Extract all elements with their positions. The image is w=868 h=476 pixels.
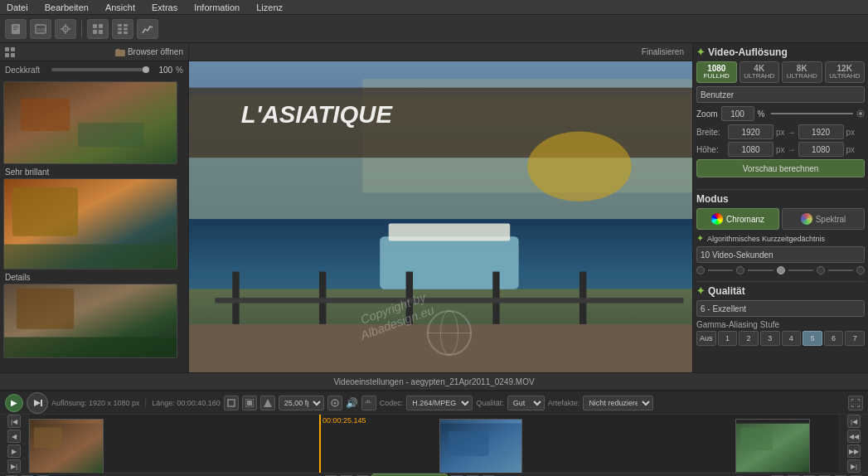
zoom-input[interactable] (721, 106, 754, 121)
toolbar-file-btn[interactable] (5, 19, 27, 39)
tl-dot-5 (856, 266, 865, 274)
thumbnail-1[interactable] (3, 81, 177, 164)
res-btn-8k[interactable]: 8K ULTRAHD (782, 61, 822, 83)
toolbar: RAW (0, 15, 868, 43)
tl-right-2[interactable]: ◀◀ (847, 430, 861, 443)
svg-rect-24 (5, 53, 9, 57)
gamma-btn-5[interactable]: 5 (803, 331, 822, 346)
browser-open-btn[interactable]: Browser öffnen (115, 47, 183, 57)
height-unit: px (776, 145, 785, 154)
toolbar-settings-btn[interactable] (55, 19, 76, 39)
calc-btn[interactable]: Vorschau berechnen (696, 159, 865, 177)
clip-right[interactable] (735, 419, 810, 473)
resolution-info: Auflösung: 1920 x 1080 px (51, 399, 140, 407)
fps-settings-btn[interactable] (327, 396, 342, 410)
tl-skip-start[interactable]: |◀ (7, 415, 21, 428)
svg-rect-77 (740, 428, 773, 450)
toolbar-raw-btn[interactable]: RAW (30, 19, 51, 39)
volume-icon[interactable]: 🔊 (346, 397, 358, 409)
res-btn-4k[interactable]: 4K ULTRAHD (739, 61, 780, 83)
finalize-label: Finalisieren (642, 47, 684, 56)
svg-rect-43 (389, 223, 511, 240)
tl-play-tl[interactable]: ▶ (7, 444, 21, 458)
clip-center[interactable] (439, 419, 522, 473)
gamma-btn-6[interactable]: 6 (824, 331, 844, 346)
menu-information[interactable]: Information (194, 2, 240, 12)
gamma-btn-3[interactable]: 3 (760, 331, 780, 346)
svg-rect-12 (93, 24, 97, 28)
status-text: Videoeinstellungen - aegypten_21Apr2011_… (333, 377, 534, 386)
gamma-btn-4[interactable]: 4 (782, 331, 802, 346)
menu-extras[interactable]: Extras (152, 2, 177, 12)
spectral-icon (801, 213, 812, 225)
video-frame: L'ASIATIQUE (189, 61, 692, 372)
svg-marker-64 (264, 399, 272, 407)
gamma-btn-1[interactable]: 1 (718, 331, 738, 346)
res-btn-1080[interactable]: 1080 FULLHD (696, 61, 737, 83)
svg-text:RAW: RAW (37, 27, 46, 32)
menu-bearbeiten[interactable]: Bearbeiten (45, 2, 89, 12)
svg-rect-19 (124, 27, 128, 30)
menu-lizenz[interactable]: Lizenz (256, 2, 283, 12)
height-input[interactable] (728, 142, 773, 157)
tl-right-4[interactable]: ▶| (847, 459, 861, 473)
quality-select[interactable]: 6 - Exzellent (696, 300, 865, 317)
toolbar-chart-btn[interactable] (137, 19, 158, 39)
tl-next-frame[interactable]: ▶| (7, 459, 21, 473)
svg-rect-27 (21, 99, 70, 131)
menu-datei[interactable]: Datei (7, 2, 28, 12)
quality-label: Qualität: (476, 399, 504, 407)
play-btn[interactable]: ▶ (5, 394, 23, 412)
svg-rect-31 (4, 245, 177, 269)
track-area[interactable]: 00:00:25.145 (29, 415, 839, 473)
artefacts-label: Artefakte: (548, 399, 580, 407)
tl-right-3[interactable]: ▶▶ (847, 444, 861, 458)
menu-ansicht[interactable]: Ansicht (105, 2, 135, 12)
height-out-input[interactable] (798, 142, 844, 157)
tl-right-1[interactable]: |◀ (847, 415, 861, 428)
svg-rect-28 (78, 123, 143, 147)
preview-area[interactable]: L'ASIATIQUE (189, 61, 692, 372)
codec-select[interactable]: H.264/MPEG-4 (406, 396, 473, 410)
mode-title: Modus (696, 193, 729, 205)
res-btn-12k[interactable]: 12K ULTRAHD (825, 61, 866, 83)
mode-buttons: Chromanz Spektral (696, 208, 865, 230)
clip-left[interactable] (29, 419, 104, 473)
width-row: Breite: px → px (696, 124, 865, 139)
fps-select[interactable]: 25,00 fps (279, 396, 324, 410)
frame-fit-btn[interactable] (242, 396, 257, 410)
mode-spectral-btn[interactable]: Spektral (782, 208, 865, 230)
playhead-time: 00:00:25.145 (322, 416, 366, 425)
mode-chroma-btn[interactable]: Chromanz (696, 208, 779, 230)
play-alt-btn[interactable] (27, 392, 48, 414)
toolbar-grid-btn[interactable] (87, 19, 109, 39)
algo-select[interactable]: 10 Video-Sekunden (696, 246, 865, 263)
width-out-input[interactable] (798, 124, 844, 139)
quality-playback-select[interactable]: Gut (507, 396, 545, 410)
width-input[interactable] (728, 124, 773, 139)
tl-line-4 (828, 270, 853, 271)
opacity-slider[interactable] (51, 68, 149, 71)
frame-options-btn[interactable] (260, 396, 275, 410)
gamma-label: Gamma-Aliasing Stufe (696, 320, 865, 329)
fullscreen-btn[interactable] (848, 396, 863, 410)
custom-select[interactable]: Benutzer (696, 86, 865, 103)
svg-rect-33 (17, 289, 74, 329)
svg-rect-1 (13, 26, 18, 27)
playhead[interactable]: 00:00:25.145 (319, 415, 321, 473)
gamma-btn-2[interactable]: 2 (739, 331, 759, 346)
gamma-btn-7[interactable]: 7 (845, 331, 865, 346)
toolbar-grid2-btn[interactable] (112, 19, 133, 39)
thumbnail-3[interactable] (3, 284, 177, 358)
quality-title: Qualität (708, 285, 745, 297)
center-panel: Finalisieren (189, 43, 692, 372)
svg-rect-20 (118, 32, 122, 34)
toolbar-sep-1 (81, 21, 82, 37)
svg-rect-14 (93, 30, 97, 34)
audio-wave-btn[interactable] (361, 396, 376, 410)
frame-size-btn[interactable] (224, 396, 239, 410)
thumbnail-2[interactable] (3, 178, 177, 270)
artefacts-select[interactable]: Nicht reduzieren (583, 396, 653, 410)
tl-prev-frame[interactable]: ◀ (7, 430, 21, 443)
gamma-btn-aus[interactable]: Aus (696, 331, 716, 346)
